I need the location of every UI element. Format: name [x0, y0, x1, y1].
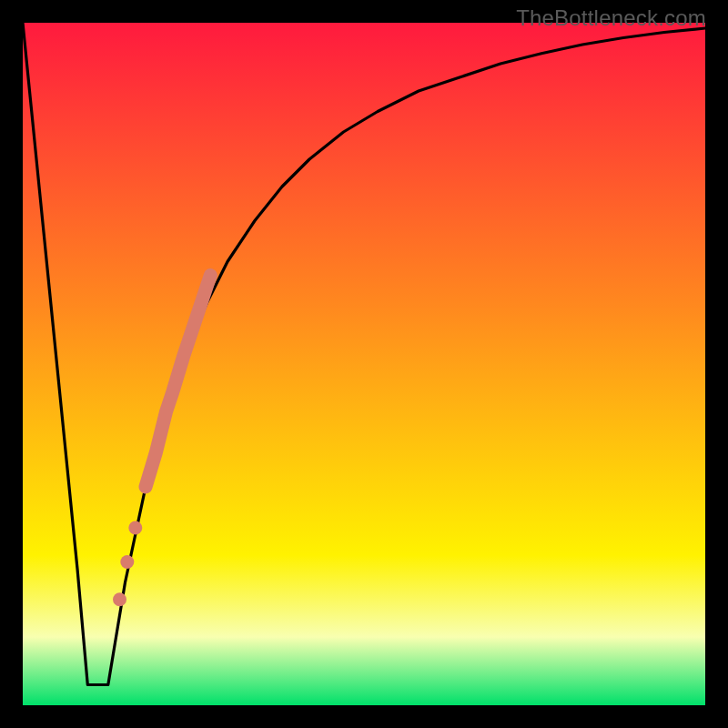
chart-svg — [23, 23, 705, 705]
watermark-text: TheBottleneck.com — [516, 5, 706, 31]
plot-area — [23, 23, 705, 705]
chart-frame: TheBottleneck.com — [0, 0, 728, 728]
marker-dot — [113, 592, 126, 606]
marker-dot — [120, 555, 134, 569]
marker-dot — [128, 521, 142, 535]
